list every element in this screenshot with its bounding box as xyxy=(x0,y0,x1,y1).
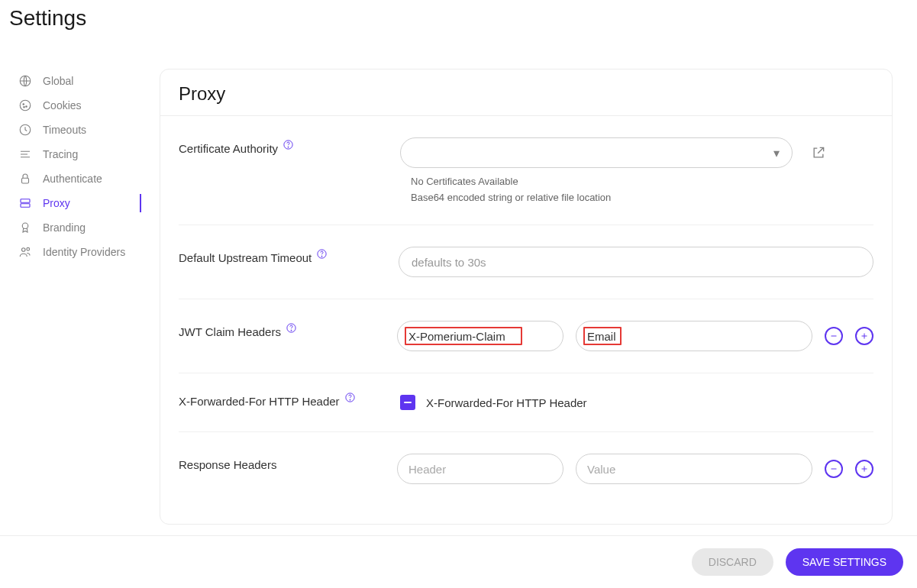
sidebar-item-identity-providers[interactable]: Identity Providers xyxy=(18,240,141,264)
svg-point-10 xyxy=(22,248,26,252)
svg-point-19 xyxy=(350,399,350,400)
save-settings-button[interactable]: SAVE SETTINGS xyxy=(786,548,903,576)
upstream-timeout-input[interactable] xyxy=(399,247,873,277)
discard-button[interactable]: DISCARD xyxy=(692,548,773,576)
svg-rect-8 xyxy=(21,204,30,208)
sidebar-item-timeouts[interactable]: Timeouts xyxy=(18,118,141,142)
add-row-button[interactable] xyxy=(855,460,873,478)
help-icon[interactable] xyxy=(344,392,356,403)
field-label: Response Headers xyxy=(179,458,276,471)
settings-sidebar: Global Cookies Timeouts Tracing Authenti xyxy=(0,69,141,525)
help-icon[interactable] xyxy=(283,139,294,150)
sidebar-item-tracing[interactable]: Tracing xyxy=(18,142,141,166)
clock-icon xyxy=(18,123,32,137)
field-label: X-Forwarded-For HTTP Header xyxy=(179,395,340,408)
page-title: Settings xyxy=(0,0,917,31)
globe-icon xyxy=(18,74,32,88)
help-icon[interactable] xyxy=(316,248,328,260)
field-response-headers: Response Headers xyxy=(179,432,873,506)
sidebar-item-proxy[interactable]: Proxy xyxy=(18,191,141,215)
lock-icon xyxy=(18,172,32,186)
sidebar-item-label: Cookies xyxy=(43,99,82,111)
field-jwt-claim-headers: JWT Claim Headers xyxy=(179,299,873,373)
lines-icon xyxy=(18,147,32,161)
svg-point-11 xyxy=(27,247,30,250)
xff-checkbox-label: X-Forwarded-For HTTP Header xyxy=(426,396,587,409)
sidebar-item-branding[interactable]: Branding xyxy=(18,215,141,240)
proxy-settings-panel: Proxy Certificate Authority ▾ xyxy=(160,69,893,525)
sidebar-item-label: Proxy xyxy=(43,197,70,209)
server-icon xyxy=(18,196,32,210)
response-header-name-input[interactable] xyxy=(397,454,563,484)
sidebar-item-label: Branding xyxy=(43,221,86,234)
field-label: Certificate Authority xyxy=(179,142,278,155)
panel-title: Proxy xyxy=(179,83,873,105)
remove-row-button[interactable] xyxy=(825,460,843,478)
users-icon xyxy=(18,245,32,259)
svg-point-2 xyxy=(23,104,24,105)
open-external-icon[interactable] xyxy=(811,145,826,160)
field-certificate-authority: Certificate Authority ▾ xyxy=(179,116,873,225)
svg-point-1 xyxy=(20,100,31,111)
field-label: Default Upstream Timeout xyxy=(179,251,312,264)
field-upstream-timeout: Default Upstream Timeout xyxy=(179,225,873,299)
svg-point-13 xyxy=(288,147,289,147)
jwt-claim-value-input[interactable] xyxy=(576,321,812,351)
cookie-icon xyxy=(18,99,32,112)
svg-point-4 xyxy=(24,107,25,108)
sidebar-item-label: Tracing xyxy=(43,148,78,160)
sidebar-item-label: Authenticate xyxy=(43,173,102,185)
no-certificates-text: No Certificates Available xyxy=(400,176,873,187)
response-header-value-input[interactable] xyxy=(576,454,812,484)
remove-row-button[interactable] xyxy=(825,327,843,345)
sidebar-item-authenticate[interactable]: Authenticate xyxy=(18,166,141,191)
certificate-authority-select[interactable]: ▾ xyxy=(400,137,793,168)
help-icon[interactable] xyxy=(286,322,297,334)
cert-authority-hint: Base64 encoded string or relative file l… xyxy=(400,192,873,203)
sidebar-item-label: Global xyxy=(43,75,73,87)
jwt-header-name-input[interactable] xyxy=(397,321,563,351)
svg-point-15 xyxy=(321,256,322,257)
footer-actions: DISCARD SAVE SETTINGS xyxy=(0,535,917,588)
field-label: JWT Claim Headers xyxy=(179,325,281,338)
svg-rect-7 xyxy=(21,199,30,203)
svg-rect-6 xyxy=(22,178,29,183)
sidebar-item-global[interactable]: Global xyxy=(18,69,141,93)
chevron-down-icon: ▾ xyxy=(773,146,780,160)
field-xff-header: X-Forwarded-For HTTP Header X-Forwarded-… xyxy=(179,373,873,432)
svg-point-9 xyxy=(22,223,28,229)
add-row-button[interactable] xyxy=(855,327,873,345)
sidebar-item-label: Timeouts xyxy=(43,124,86,136)
xff-checkbox[interactable] xyxy=(400,395,415,410)
sidebar-item-label: Identity Providers xyxy=(43,246,125,258)
award-icon xyxy=(18,221,32,234)
svg-point-17 xyxy=(291,330,292,331)
sidebar-item-cookies[interactable]: Cookies xyxy=(18,93,141,118)
svg-point-3 xyxy=(26,106,27,108)
